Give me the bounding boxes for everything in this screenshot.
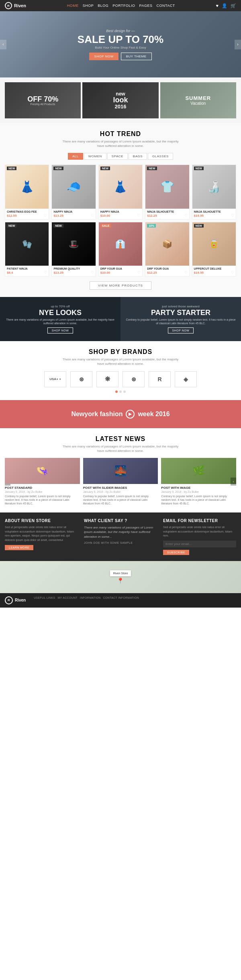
filter-space[interactable]: SPACE xyxy=(107,153,128,160)
promo-banners: OFF 70% Freshly All Products new look 20… xyxy=(0,77,241,123)
footer-link-account[interactable]: MY ACCOUNT xyxy=(57,596,78,599)
product-price: $8.4 xyxy=(7,271,47,274)
promo-nye-looks: up to 70% off Nye looks There are many v… xyxy=(0,297,120,341)
wishlist-icon[interactable]: ♡ xyxy=(44,270,47,274)
news-card-2[interactable]: 🌉 POST WITH SLIDER IMAGES January 9, 201… xyxy=(83,458,158,505)
view-more-button[interactable]: VIEW MORE PRODUCTS xyxy=(90,281,151,290)
news-image-3: 🌿 xyxy=(161,458,236,484)
promo-party-starter: just solved those awkward Party Starter … xyxy=(120,297,241,341)
hero-subtitle: Best design for — xyxy=(78,29,163,33)
filter-bags[interactable]: BAGS xyxy=(129,153,147,160)
filter-all[interactable]: ALL xyxy=(68,153,83,160)
wishlist-icon[interactable]: ♡ xyxy=(91,270,94,274)
news-card-3[interactable]: 🌿 POST WITH IMAGE January 9, 2016 - by Z… xyxy=(161,458,236,505)
wishlist-icon[interactable]: ♡ xyxy=(184,270,188,274)
product-card[interactable]: NEW 🎩 PREMIUM QUALITY $13.25 ♡ xyxy=(51,222,96,277)
promo-nye-btn[interactable]: SHOP NOW xyxy=(47,327,74,333)
map-location-icon: 📍 xyxy=(110,577,131,584)
filter-women[interactable]: WOMEN xyxy=(84,153,106,160)
wishlist-icon[interactable]: ♡ xyxy=(231,213,234,218)
product-info: PREMIUM QUALITY $13.25 xyxy=(52,266,95,276)
fashion-text-2: week 2016 xyxy=(138,411,170,418)
brand-usa[interactable]: USA✦ ✦ xyxy=(44,371,66,387)
hero-title: Sale Up to 70% xyxy=(78,34,163,45)
wishlist-icon[interactable]: ♡ xyxy=(91,213,94,218)
promo-party-big: Party Starter xyxy=(125,309,237,316)
product-badge-new: NEW xyxy=(147,167,157,170)
buy-theme-button[interactable]: BUY THEME xyxy=(121,53,152,60)
footer-link-contact[interactable]: CONTACT INFORMATION xyxy=(103,596,139,599)
nav-home[interactable]: Home xyxy=(67,4,79,8)
news-next-arrow[interactable]: › xyxy=(231,478,236,486)
product-badge-new: NEW xyxy=(194,167,204,170)
filter-glasses[interactable]: GLASSES xyxy=(148,153,173,160)
promo-card-newlook[interactable]: new look 2016 xyxy=(82,82,158,118)
account-icon[interactable]: 👤 xyxy=(222,3,227,8)
newsletter-email-input[interactable] xyxy=(163,541,236,547)
hero-next-arrow[interactable]: › xyxy=(235,40,241,49)
news-meta-3: January 9, 2016 - by Zu Bulke xyxy=(161,490,236,493)
navbar-icons: ♥ 👤 🛒 xyxy=(216,3,236,8)
product-price: $19.95 xyxy=(194,271,234,274)
nav-shop[interactable]: Shop xyxy=(83,4,94,8)
promo-party-btn[interactable]: SHOP NOW xyxy=(168,327,194,333)
news-excerpt-3: Contrary to popular belief, Lorem ipsum … xyxy=(161,494,236,505)
brand-star2[interactable]: ⊛ xyxy=(123,371,145,387)
newsletter-subscribe-btn[interactable]: SUBSCRIBE xyxy=(163,550,189,555)
product-price: $12.25 xyxy=(147,271,187,274)
brands-dot-1[interactable] xyxy=(115,390,118,393)
promo-party-small: just solved those awkward xyxy=(125,305,237,308)
product-figure: 🧢 xyxy=(52,173,95,201)
wishlist-icon[interactable]: ♡ xyxy=(184,213,188,218)
promo-card-off70[interactable]: OFF 70% Freshly All Products xyxy=(5,82,81,118)
promo-summer-title: SUMMER xyxy=(185,95,211,101)
shop-now-button[interactable]: SHOP NOW xyxy=(89,53,118,60)
product-badge-new: NEW xyxy=(53,167,63,170)
map-pin[interactable]: Riven Store 📍 xyxy=(110,570,131,584)
product-card[interactable]: 10% 📦 DRP YOUR GUA $12.25 ♡ xyxy=(145,222,189,277)
product-image: NEW 🍶 xyxy=(192,165,236,208)
product-figure: 🍶 xyxy=(192,173,236,201)
product-card[interactable]: NEW 🥫 UPPERCUT DELUXE $19.95 ♡ xyxy=(192,222,236,277)
nav-contact[interactable]: Contact xyxy=(156,4,175,8)
fashion-text-1: Newyork fashion xyxy=(71,411,123,418)
navbar-logo[interactable]: R Riven xyxy=(5,2,26,9)
wishlist-icon[interactable]: ♥ xyxy=(216,3,219,8)
play-button[interactable]: ▶ xyxy=(126,410,135,419)
nav-pages[interactable]: Pages xyxy=(139,4,153,8)
brand-diamond[interactable]: ◈ xyxy=(175,371,197,387)
brands-dot-2[interactable] xyxy=(119,390,122,393)
product-info: HAPPY NINJA $13.25 xyxy=(52,209,95,219)
wishlist-icon[interactable]: ♡ xyxy=(231,270,234,274)
product-info: DRP YOUR GUA $12.25 xyxy=(145,266,189,276)
nav-blog[interactable]: Blog xyxy=(98,4,108,8)
brand-r[interactable]: R xyxy=(149,371,171,387)
brands-dot-3[interactable] xyxy=(123,390,126,393)
wishlist-icon[interactable]: ♡ xyxy=(137,270,141,274)
footer-learn-more-btn[interactable]: LEARN MORE xyxy=(5,545,33,550)
brand-flower[interactable]: ❋ xyxy=(96,371,118,387)
product-card[interactable]: NEW 🧢 HAPPY NINJA $13.25 ♡ xyxy=(51,165,96,219)
news-card-1[interactable]: 👒 POST STANDARD January 9, 2016 - by Zu … xyxy=(5,458,80,505)
product-name: NINJA SILHOUETTE xyxy=(194,210,234,213)
wishlist-icon[interactable]: ♡ xyxy=(137,213,141,218)
product-card[interactable]: SALE 👔 DRP YOUR GUA $10.00 ♡ xyxy=(98,222,143,277)
product-card[interactable]: NEW 👕 NINJA SILHOUETTE $12.25 ♡ xyxy=(145,165,189,219)
footer-about-title: About Riven Store xyxy=(5,518,78,523)
footer-link-useful[interactable]: USEFUL LINKS xyxy=(34,596,55,599)
nav-portfolio[interactable]: Portfolio xyxy=(112,4,135,8)
wishlist-icon[interactable]: ♡ xyxy=(44,213,47,218)
hero-prev-arrow[interactable]: ‹ xyxy=(0,40,6,49)
promo-card-summer[interactable]: SUMMER Vacation xyxy=(160,82,236,118)
product-card[interactable]: NEW 🧤 PATIENT NINJA $8.4 ♡ xyxy=(5,222,49,277)
cart-icon[interactable]: 🛒 xyxy=(231,3,236,8)
brand-star1[interactable]: ⊛ xyxy=(70,371,92,387)
product-price: $13.25 xyxy=(53,214,94,218)
latest-news-section: LATEST NEWS There are many variations of… xyxy=(0,428,241,513)
news-excerpt-2: Contrary to popular belief, Lorem ipsum … xyxy=(83,494,158,505)
news-meta-2: January 9, 2016 - by Zu Bulke xyxy=(83,490,158,493)
product-card[interactable]: NEW 👗 CHRISTMAS EGG FEE $12.55 ♡ xyxy=(5,165,49,219)
product-card[interactable]: NEW 🍶 NINJA SILHOUETTE $19.95 ♡ xyxy=(192,165,236,219)
product-card[interactable]: NEW 👗 HAPPY NINJA $10.00 ♡ xyxy=(98,165,143,219)
footer-link-information[interactable]: INFORMATION xyxy=(80,596,101,599)
